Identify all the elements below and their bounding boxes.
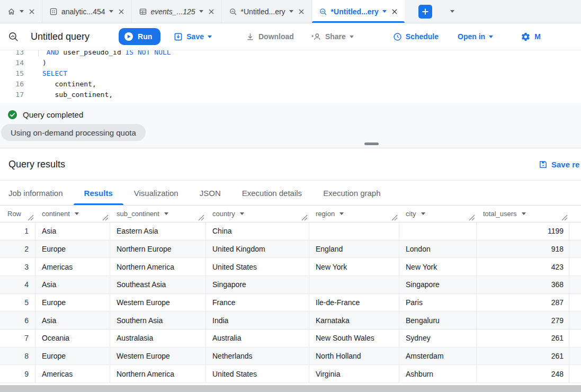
column-menu-caret-icon[interactable] [339, 212, 344, 215]
tab-execution-details[interactable]: Execution details [231, 181, 312, 205]
chevron-down-icon[interactable] [382, 10, 387, 13]
column-resize-gripper-icon[interactable] [198, 214, 204, 221]
column-menu-caret-icon[interactable] [421, 212, 425, 215]
close-icon[interactable] [391, 8, 398, 15]
column-header-total_users[interactable]: total_users [477, 206, 569, 222]
column-header-city[interactable]: city [399, 206, 477, 222]
column-header-sub_continent[interactable]: sub_continent [110, 206, 206, 222]
run-button[interactable]: Run [119, 28, 160, 45]
table-cell: Asia [35, 222, 110, 240]
tab-results[interactable]: Results [74, 181, 123, 205]
code-line[interactable]: 13 AND user_pseudo_id IS NOT NULL [0, 50, 581, 58]
tab-label: analytic...454 [61, 7, 105, 16]
run-label: Run [138, 32, 152, 41]
new-tab-button[interactable] [418, 0, 432, 23]
table-cell: Western Europe [110, 348, 206, 366]
table-cell-stub [569, 311, 581, 329]
query-icon [7, 31, 19, 42]
code-line[interactable]: 15SELECT [0, 68, 581, 79]
save-results-button[interactable]: Save re [539, 160, 579, 169]
quota-badge: Using on-demand processing quota [1, 124, 146, 141]
tab-untitled-query-2-active[interactable]: *Untitled...ery [312, 0, 405, 23]
tab-events-table[interactable]: events_...125 [132, 0, 222, 23]
column-header-label: country [212, 210, 235, 218]
table-cell: China [206, 222, 309, 240]
editor-tab-bar: analytic...454 events_...125 *Untitled..… [0, 0, 581, 23]
close-icon[interactable] [29, 8, 35, 15]
download-button[interactable]: Download [246, 32, 294, 41]
close-icon[interactable] [118, 8, 124, 15]
save-button[interactable]: Save [174, 32, 212, 41]
column-menu-caret-icon[interactable] [164, 212, 168, 215]
column-header-continent[interactable]: continent [35, 206, 110, 222]
table-icon [139, 7, 147, 16]
column-resize-gripper-icon[interactable] [391, 214, 398, 221]
more-settings-button[interactable]: M [521, 32, 541, 42]
column-resize-gripper-icon[interactable] [102, 214, 109, 221]
table-cell: Singapore [206, 276, 309, 294]
column-resize-gripper-icon[interactable] [468, 214, 475, 221]
line-number: 15 [0, 68, 24, 79]
table-cell-stub [569, 258, 581, 276]
tab-visualization[interactable]: Visualization [123, 181, 189, 205]
horizontal-scrollbar-thumb[interactable] [0, 385, 581, 392]
save-label: Save [186, 32, 204, 41]
download-label: Download [258, 32, 294, 41]
table-cell: Bengaluru [399, 311, 477, 329]
dataset-icon [49, 7, 58, 16]
tab-job-information[interactable]: Job information [0, 181, 74, 205]
table-cell: Australasia [110, 329, 206, 348]
code-line[interactable]: 16 continent, [0, 79, 581, 90]
table-cell: 368 [477, 276, 569, 294]
tab-label: *Untitled...ery [331, 7, 379, 16]
tab-label: Visualization [134, 189, 178, 198]
open-in-button[interactable]: Open in [458, 32, 493, 41]
table-row: 7OceaniaAustralasiaAustraliaNew South Wa… [0, 329, 581, 348]
table-cell: United Kingdom [206, 240, 309, 259]
column-resize-gripper-icon[interactable] [301, 214, 308, 221]
table-cell [399, 222, 477, 240]
table-row: 4AsiaSoutheast AsiaSingaporeSingapore368 [0, 276, 581, 294]
table-cell: Virginia [309, 365, 399, 383]
column-header-label: sub_continent [117, 210, 159, 218]
pane-resize-handle[interactable] [364, 142, 379, 145]
row-number-cell: 8 [0, 348, 35, 366]
table-cell: New York [309, 258, 399, 276]
sql-editor[interactable]: 13 AND user_pseudo_id IS NOT NULL14)15SE… [0, 50, 581, 103]
share-button[interactable]: Share [311, 32, 354, 41]
column-menu-caret-icon[interactable] [522, 212, 526, 215]
chevron-down-icon[interactable] [199, 10, 203, 13]
results-table-body: 1AsiaEastern AsiaChina11992EuropeNorther… [0, 222, 581, 383]
column-header-country[interactable]: country [206, 206, 309, 222]
column-header-region[interactable]: region [309, 206, 399, 222]
tab-untitled-query-1[interactable]: *Untitled...ery [222, 0, 312, 23]
code-line[interactable]: 14) [0, 58, 581, 68]
column-menu-caret-icon[interactable] [240, 212, 244, 215]
close-icon[interactable] [298, 8, 305, 15]
query-icon [229, 7, 237, 16]
column-resize-gripper-icon[interactable] [561, 214, 568, 221]
code-line[interactable]: 17 sub_continent, [0, 90, 581, 100]
chevron-down-icon[interactable] [289, 10, 293, 13]
column-resize-gripper-icon[interactable] [27, 214, 34, 221]
line-number: 17 [0, 90, 24, 100]
chevron-down-icon[interactable] [109, 10, 113, 13]
query-title[interactable]: Untitled query [31, 31, 90, 42]
chevron-down-icon[interactable] [20, 10, 24, 13]
tab-overflow-button[interactable] [450, 0, 454, 23]
table-cell: Western Europe [110, 294, 206, 312]
tab-analytics-dataset[interactable]: analytic...454 [42, 0, 132, 23]
tab-home[interactable] [0, 0, 42, 23]
close-icon[interactable] [208, 8, 214, 15]
table-cell: Amsterdam [399, 348, 477, 366]
column-menu-caret-icon[interactable] [75, 212, 79, 215]
tab-label: Execution details [242, 189, 302, 198]
tab-json[interactable]: JSON [189, 181, 231, 205]
tab-execution-graph[interactable]: Execution graph [312, 181, 391, 205]
query-toolbar: Untitled query Run Save Download Share S… [0, 23, 581, 50]
schedule-button[interactable]: Schedule [393, 32, 439, 41]
home-icon [7, 7, 16, 16]
table-cell: 918 [477, 240, 569, 259]
open-in-label: Open in [458, 32, 485, 41]
row-number-cell: 7 [0, 329, 35, 348]
